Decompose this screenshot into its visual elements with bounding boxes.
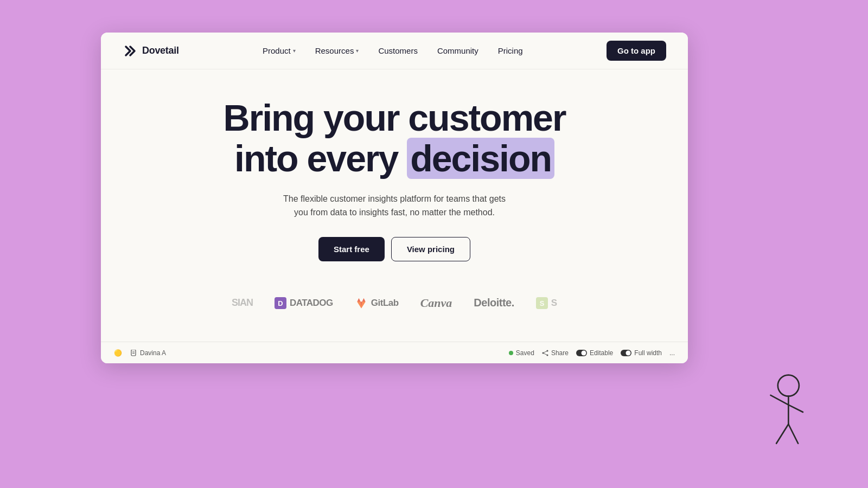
browser-window: Dovetail Product ▾ Resources ▾ Customers…: [101, 33, 688, 363]
svg-text:S: S: [539, 299, 544, 307]
full-width-toggle[interactable]: Full width: [621, 349, 662, 357]
svg-rect-4: [131, 350, 136, 356]
hero-buttons: Start free View pricing: [318, 237, 470, 261]
svg-line-21: [788, 424, 798, 444]
avatar-emoji: 🟡: [114, 349, 122, 357]
hero-title: Bring your customer into every decision: [224, 98, 566, 179]
hero-section: Bring your customer into every decision …: [101, 69, 688, 342]
bottom-right: Saved Share Editable: [509, 349, 675, 357]
svg-line-11: [543, 353, 547, 355]
logo-deloitte: Deloitte.: [474, 297, 514, 309]
go-to-app-button[interactable]: Go to app: [607, 41, 666, 61]
bottom-author: Davina A: [131, 349, 166, 357]
editable-toggle[interactable]: Editable: [576, 349, 613, 357]
logo-datadog: D DATADOG: [275, 297, 333, 309]
hero-subtitle: The flexible customer insights platform …: [280, 192, 508, 220]
logo-sian: SIAN: [232, 297, 253, 309]
svg-point-15: [626, 350, 631, 355]
navbar: Dovetail Product ▾ Resources ▾ Customers…: [101, 33, 688, 69]
svg-text:D: D: [278, 299, 283, 307]
svg-point-13: [581, 350, 586, 355]
bottom-avatar: 🟡: [114, 349, 122, 357]
document-icon: [131, 350, 137, 356]
shopify-icon: S: [536, 297, 548, 309]
nav-links: Product ▾ Resources ▾ Customers Communit…: [254, 42, 532, 60]
nav-customers[interactable]: Customers: [369, 42, 426, 60]
dovetail-logo-icon: [123, 43, 138, 59]
resources-chevron-icon: ▾: [356, 48, 359, 54]
logo-gitlab: GitLab: [355, 297, 399, 310]
stick-figure: [749, 369, 814, 455]
logo-link[interactable]: Dovetail: [123, 43, 179, 59]
logo-text: Dovetail: [142, 45, 179, 56]
logos-row: SIAN D DATADOG Gi: [232, 287, 557, 319]
svg-line-20: [776, 424, 788, 444]
view-pricing-button[interactable]: View pricing: [391, 237, 470, 261]
gitlab-icon: [355, 297, 368, 310]
svg-line-18: [770, 395, 788, 405]
share-icon: [542, 350, 548, 356]
nav-community[interactable]: Community: [429, 42, 487, 60]
nav-resources[interactable]: Resources ▾: [307, 42, 368, 60]
saved-dot: [509, 351, 513, 355]
nav-pricing[interactable]: Pricing: [489, 42, 532, 60]
share-button[interactable]: Share: [542, 349, 569, 357]
svg-line-10: [543, 351, 547, 353]
logo-shopify: S S: [536, 297, 557, 309]
logo-canva: Canva: [420, 296, 452, 310]
nav-product[interactable]: Product ▾: [254, 42, 304, 60]
toggle-icon: [576, 350, 587, 356]
full-width-toggle-icon: [621, 350, 631, 356]
hero-highlight: decision: [407, 138, 554, 179]
svg-point-16: [778, 375, 799, 396]
bottom-left: 🟡 Davina A: [114, 349, 166, 357]
saved-status: Saved: [509, 349, 534, 357]
product-chevron-icon: ▾: [293, 48, 296, 54]
start-free-button[interactable]: Start free: [318, 237, 385, 261]
datadog-icon: D: [275, 297, 286, 309]
more-button[interactable]: ...: [669, 349, 675, 357]
svg-line-19: [788, 405, 803, 412]
bottom-bar: 🟡 Davina A Saved: [101, 342, 688, 363]
